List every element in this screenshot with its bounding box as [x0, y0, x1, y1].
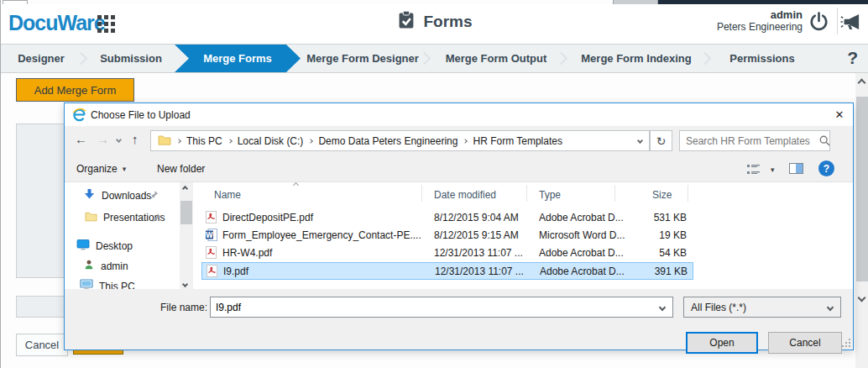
address-dropdown-chevron-icon[interactable]	[638, 139, 642, 143]
breadcrumb-chevron-icon	[309, 139, 312, 143]
forms-clipboard-icon	[396, 10, 415, 34]
app-header: DocuWare Forms admin Peters Engineering	[1, 4, 868, 44]
tab-designer[interactable]: Designer	[1, 45, 81, 72]
app-grid-icon[interactable]	[97, 15, 115, 33]
dialog-nav-row: ← → ↑ This PC Local Disk (C:) Demo Data …	[65, 129, 853, 152]
user-name: admin	[717, 8, 803, 21]
nav-forward-icon[interactable]: →	[97, 132, 109, 146]
page-cancel-button[interactable]: Cancel	[16, 334, 68, 356]
sidebar-scrollbar-thumb[interactable]	[180, 201, 192, 224]
dialog-title: Choose File to Upload	[91, 109, 191, 121]
tab-merge-form-indexing[interactable]: Merge Form Indexing	[567, 45, 705, 72]
refresh-icon[interactable]: ↻	[650, 130, 672, 151]
desktop-icon	[76, 239, 90, 253]
sidebar-item-desktop[interactable]: Desktop	[76, 239, 133, 253]
preview-pane-icon[interactable]	[789, 163, 803, 174]
breadcrumb-demo-data[interactable]: Demo Data Peters Engineering	[318, 135, 458, 147]
pin-icon[interactable]	[149, 190, 159, 202]
docuware-logo[interactable]: DocuWare	[8, 11, 105, 35]
file-type-value: All Files (*.*)	[691, 302, 746, 313]
pdf-file-icon	[206, 246, 217, 261]
search-input[interactable]	[680, 135, 819, 147]
nav-up-icon[interactable]: ↑	[132, 132, 139, 146]
file-name-input[interactable]	[211, 302, 660, 313]
page-title: Forms	[396, 10, 472, 34]
svg-text:W: W	[206, 232, 213, 239]
breadcrumb-chevron-icon	[177, 139, 180, 143]
column-header-size[interactable]: Size	[652, 189, 672, 201]
breadcrumb-chevron-icon	[228, 139, 232, 143]
scroll-up-icon[interactable]	[182, 186, 188, 192]
word-file-icon: W	[206, 229, 217, 244]
announcement-megaphone-icon[interactable]	[840, 11, 862, 36]
tab-submission[interactable]: Submission	[87, 45, 175, 72]
nav-back-icon[interactable]: ←	[75, 132, 87, 146]
file-row-directdepositpe[interactable]: DirectDepositPE.pdf 8/12/2015 9:04 AM Ad…	[201, 209, 693, 227]
dialog-help-icon[interactable]: ?	[818, 160, 834, 176]
scroll-up-icon[interactable]	[858, 79, 866, 87]
organize-menu[interactable]: Organize ▾	[76, 163, 126, 175]
open-button[interactable]: Open	[686, 332, 758, 354]
breadcrumb-local-disk[interactable]: Local Disk (C:)	[238, 135, 304, 147]
downloads-icon	[83, 188, 96, 202]
dialog-body: Downloads Presentations Desktop admin Th…	[65, 182, 853, 291]
dialog-footer: File name: All Files (*.*) Open Cancel	[65, 289, 853, 350]
file-row-i9-selected[interactable]: I9.pdf 12/31/2013 11:07 ... Adobe Acroba…	[201, 262, 693, 280]
logout-power-icon[interactable]	[808, 11, 829, 35]
page-scrollbar-thumb[interactable]	[856, 97, 868, 281]
file-name-combobox[interactable]	[210, 297, 673, 318]
help-button[interactable]: ?	[847, 47, 858, 69]
scroll-down-icon[interactable]	[182, 281, 188, 287]
file-list: Name Date modified Type Size DirectDepos…	[199, 182, 696, 291]
internet-explorer-icon	[72, 108, 86, 124]
dialog-cancel-button[interactable]: Cancel	[768, 332, 842, 354]
column-header-type[interactable]: Type	[539, 189, 561, 201]
tab-permissions[interactable]: Permissions	[711, 45, 813, 72]
add-merge-form-button[interactable]: Add Merge Form	[16, 78, 134, 102]
search-icon	[819, 135, 830, 146]
column-divider[interactable]	[526, 185, 527, 202]
page-title-text: Forms	[423, 13, 472, 31]
new-folder-button[interactable]: New folder	[157, 163, 205, 175]
organize-dropdown-icon: ▾	[123, 165, 127, 173]
scroll-down-icon[interactable]	[858, 294, 866, 302]
address-folder-icon	[158, 134, 171, 148]
choose-file-dialog: Choose File to Upload ✕ ← → ↑ This PC Lo…	[64, 103, 854, 350]
column-divider[interactable]	[688, 185, 688, 202]
pdf-file-icon	[206, 211, 217, 226]
resize-grip[interactable]	[842, 339, 850, 347]
sidebar-scrollbar[interactable]	[180, 182, 193, 291]
sidebar-item-admin[interactable]: admin	[83, 259, 128, 273]
column-header-name[interactable]: Name	[214, 189, 241, 201]
search-box[interactable]	[679, 130, 830, 151]
dialog-close-icon[interactable]: ✕	[826, 103, 853, 126]
tab-merge-form-designer[interactable]: Merge Form Designer	[301, 45, 425, 72]
breadcrumb-chevron-icon	[463, 139, 467, 143]
page-scrollbar[interactable]	[855, 73, 868, 368]
file-row-form-employee-emergency-contact[interactable]: W Form_Employee_Emergency_Contact-PE....…	[201, 227, 693, 244]
nav-history-chevron-icon[interactable]	[117, 138, 121, 142]
column-divider[interactable]	[614, 185, 615, 202]
pdf-file-icon	[207, 265, 217, 280]
tab-merge-form-output[interactable]: Merge Form Output	[431, 45, 562, 72]
user-icon	[83, 259, 95, 273]
file-row-hr-w4[interactable]: HR-W4.pdf 12/31/2013 11:07 ... Adobe Acr…	[201, 244, 693, 262]
wizard-tab-bar: Designer Submission Merge Forms Merge Fo…	[1, 44, 868, 73]
breadcrumb-hr-form-templates[interactable]: HR Form Templates	[473, 135, 562, 147]
view-dropdown-icon[interactable]: ▾	[771, 166, 775, 174]
address-bar[interactable]: This PC Local Disk (C:) Demo Data Peters…	[150, 130, 650, 151]
tab-merge-forms-active[interactable]: Merge Forms	[175, 45, 301, 72]
file-name-dropdown-icon[interactable]	[659, 303, 666, 310]
user-organization: Peters Engineering	[717, 21, 803, 34]
breadcrumb-this-pc[interactable]: This PC	[186, 135, 222, 147]
user-block[interactable]: admin Peters Engineering	[717, 8, 803, 34]
file-type-select[interactable]: All Files (*.*)	[683, 297, 841, 318]
sidebar-item-downloads[interactable]: Downloads	[83, 188, 151, 202]
dialog-title-bar[interactable]: Choose File to Upload ✕	[65, 103, 853, 126]
file-type-dropdown-icon	[827, 303, 834, 310]
column-divider[interactable]	[421, 185, 422, 202]
pin-icon[interactable]	[152, 213, 161, 224]
column-header-date-modified[interactable]: Date modified	[434, 189, 496, 201]
list-view-icon[interactable]	[747, 164, 760, 177]
sort-ascending-icon	[294, 183, 298, 187]
